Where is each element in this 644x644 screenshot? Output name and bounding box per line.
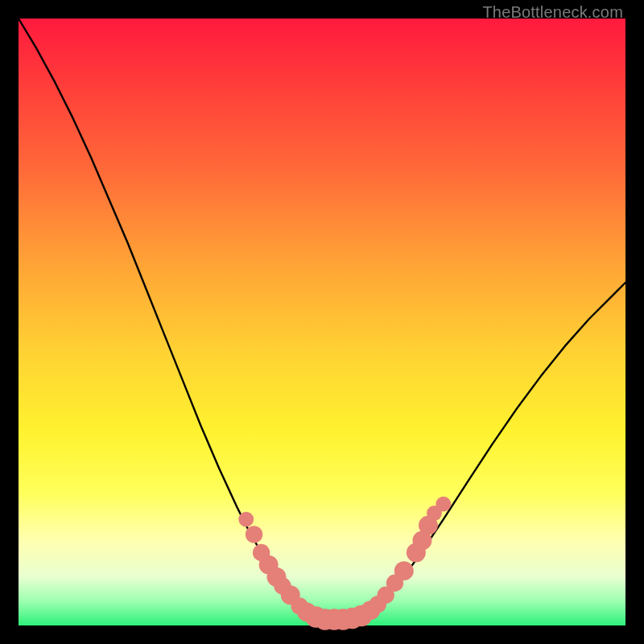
data-marker [238,512,254,527]
chart-svg [19,19,625,625]
chart-stage: TheBottleneck.com [0,0,644,644]
curve-path [19,19,625,619]
data-markers [238,497,451,630]
data-marker [246,526,262,543]
data-marker [436,497,451,512]
data-marker [394,561,414,580]
bottleneck-curve [19,19,625,619]
attribution-label: TheBottleneck.com [482,3,623,22]
plot-area [19,19,625,625]
